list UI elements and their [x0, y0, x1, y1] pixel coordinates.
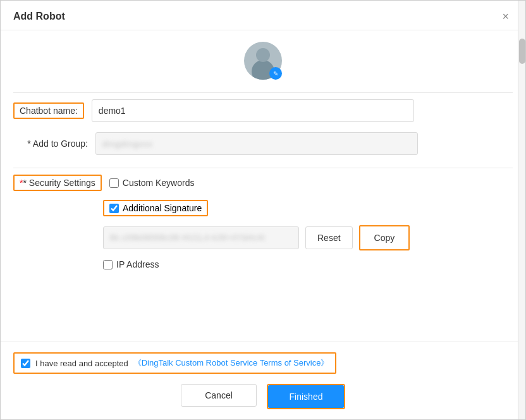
group-blurred-value: dingdingxxx	[102, 139, 153, 149]
cancel-button[interactable]: Cancel	[181, 384, 257, 407]
dialog-body: ✎ Chatbot name: * Add to Group: dingding…	[1, 30, 525, 342]
ip-address-checkbox[interactable]	[103, 260, 113, 269]
additional-sig-box: Additional Signature	[103, 200, 208, 216]
copy-button[interactable]: Copy	[360, 226, 409, 249]
footer-buttons: Cancel Finished	[13, 384, 513, 409]
finished-button-box: Finished	[267, 384, 345, 409]
dialog-title: Add Robot	[13, 11, 65, 22]
scrollbar-track[interactable]	[518, 1, 525, 419]
terms-link[interactable]: 《DingTalk Custom Robot Service Terms of …	[133, 357, 329, 369]
custom-keywords-checkbox[interactable]	[109, 178, 119, 188]
chatbot-name-input[interactable]	[92, 99, 414, 122]
scrollbar-thumb[interactable]	[519, 39, 525, 64]
additional-sig-row: Additional Signature	[103, 200, 513, 216]
security-settings-label: * Security Settings	[13, 175, 102, 191]
signature-value-row: 8k.c09b08008c08-HU1L4-k39+4YbHc4t Reset …	[103, 225, 513, 250]
terms-text: I have read and accepted	[35, 359, 128, 368]
group-value-display: dingdingxxx	[95, 132, 418, 155]
ip-address-option[interactable]: IP Address	[103, 259, 159, 269]
group-label: * Add to Group:	[13, 139, 95, 149]
add-robot-dialog: Add Robot × ✎ Chatbot name: * Add to Gro…	[0, 0, 526, 420]
additional-sig-checkbox[interactable]	[109, 204, 119, 213]
security-settings-row: * Security Settings Custom Keywords	[13, 175, 513, 191]
close-button[interactable]: ×	[498, 9, 513, 23]
ip-address-row: IP Address	[103, 259, 513, 269]
signature-input-display: 8k.c09b08008c08-HU1L4-k39+4YbHc4t	[103, 226, 299, 249]
reset-button[interactable]: Reset	[305, 226, 353, 249]
copy-button-box: Copy	[359, 225, 410, 250]
separator-1	[13, 92, 513, 93]
custom-keywords-option[interactable]: Custom Keywords	[109, 178, 195, 188]
terms-checkbox[interactable]	[21, 359, 30, 368]
avatar-area: ✎	[13, 30, 513, 86]
edit-avatar-icon[interactable]: ✎	[269, 67, 282, 80]
avatar-wrapper: ✎	[244, 42, 282, 80]
dialog-footer: I have read and accepted 《DingTalk Custo…	[1, 342, 525, 419]
signature-blurred: 8k.c09b08008c08-HU1L4-k39+4YbHc4t	[110, 233, 265, 242]
ip-address-label: IP Address	[116, 259, 159, 269]
chatbot-name-label: Chatbot name:	[13, 102, 84, 119]
finished-button[interactable]: Finished	[268, 385, 344, 408]
terms-row: I have read and accepted 《DingTalk Custo…	[13, 352, 336, 374]
additional-sig-label: Additional Signature	[123, 203, 202, 213]
add-to-group-row: * Add to Group: dingdingxxx	[13, 132, 513, 155]
custom-keywords-label: Custom Keywords	[123, 178, 195, 188]
dialog-header: Add Robot ×	[1, 1, 525, 30]
separator-2	[13, 168, 513, 168]
chatbot-name-row: Chatbot name:	[13, 99, 513, 122]
